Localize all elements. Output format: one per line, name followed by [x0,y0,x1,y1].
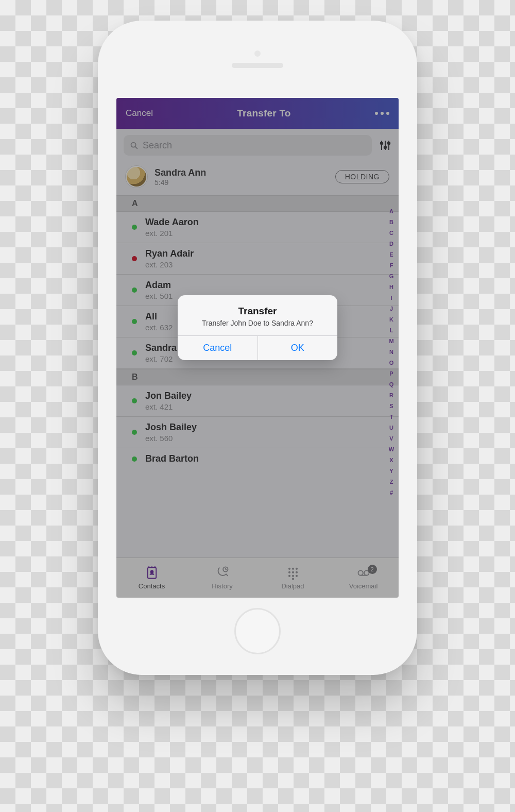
screen: Cancel Transfer To Search [116,98,399,598]
dialog-ok-button[interactable]: OK [258,336,338,360]
dialog-message: Transfer John Doe to Sandra Ann? [187,319,328,327]
phone-frame: Cancel Transfer To Search [98,21,417,675]
home-button[interactable] [234,608,281,654]
transfer-dialog: Transfer Transfer John Doe to Sandra Ann… [178,295,337,360]
dialog-cancel-button[interactable]: Cancel [178,336,258,360]
dialog-title: Transfer [187,306,328,317]
